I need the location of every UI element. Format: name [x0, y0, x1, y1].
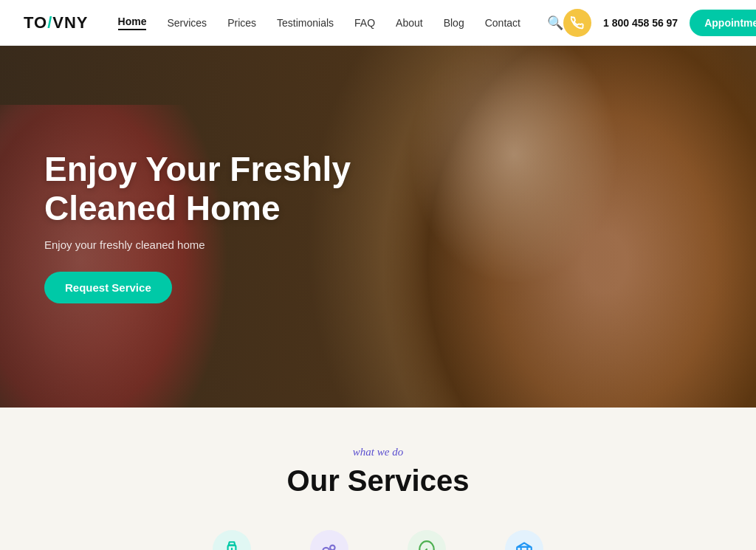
search-icon[interactable]: 🔍: [547, 15, 563, 31]
nav-home[interactable]: Home: [118, 16, 147, 30]
appointment-button[interactable]: Appointment: [690, 10, 756, 36]
logo-text-part2: VNY: [52, 13, 88, 32]
services-icons-row: [30, 530, 726, 550]
nav-services[interactable]: Services: [167, 17, 207, 29]
service-item-building: [505, 530, 543, 550]
bubbles-icon: [310, 530, 348, 550]
nav-about[interactable]: About: [396, 17, 423, 29]
phone-number: 1 800 458 56 97: [603, 17, 678, 29]
nav-faq[interactable]: FAQ: [354, 17, 375, 29]
leaf-icon: [408, 530, 446, 550]
phone-icon: [563, 9, 591, 37]
hero-title: Enjoy Your Freshly Cleaned Home: [44, 150, 399, 228]
nav-right: 1 800 458 56 97 Appointment: [563, 9, 756, 37]
logo-text-part1: TO: [24, 13, 47, 32]
nav-links: Home Services Prices Testimonials FAQ Ab…: [118, 15, 563, 31]
service-item-bubbles: [310, 530, 348, 550]
hero-subtitle: Enjoy your freshly cleaned home: [44, 238, 399, 251]
hero-section: Enjoy Your Freshly Cleaned Home Enjoy yo…: [0, 46, 756, 408]
svg-point-2: [330, 546, 335, 550]
cleaning-spray-icon: [213, 530, 251, 550]
nav-prices[interactable]: Prices: [227, 17, 256, 29]
hero-cta-button[interactable]: Request Service: [44, 272, 172, 303]
phone-svg: [571, 16, 584, 30]
nav-contact[interactable]: Contact: [485, 17, 520, 29]
services-section: what we do Our Services: [0, 408, 756, 550]
nav-blog[interactable]: Blog: [444, 17, 464, 29]
nav-testimonials[interactable]: Testimonials: [277, 17, 334, 29]
services-title: Our Services: [30, 464, 726, 498]
navbar: TO/VNY Home Services Prices Testimonials…: [0, 0, 756, 46]
building-icon: [505, 530, 543, 550]
hero-content: Enjoy Your Freshly Cleaned Home Enjoy yo…: [44, 150, 399, 303]
service-item-cleaning: [213, 530, 251, 550]
services-eyebrow: what we do: [30, 446, 726, 458]
logo[interactable]: TO/VNY: [24, 13, 89, 32]
service-item-leaf: [408, 530, 446, 550]
